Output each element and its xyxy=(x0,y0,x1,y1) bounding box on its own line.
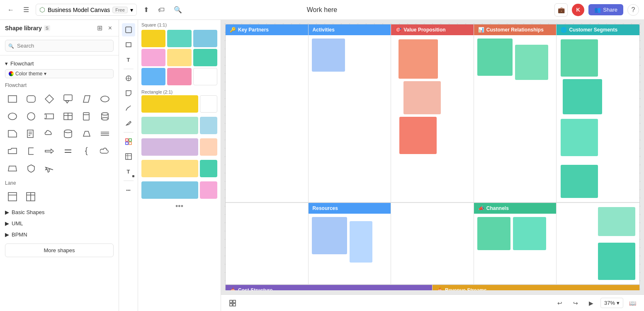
book-button[interactable]: 📖 xyxy=(626,297,639,310)
sticky-blue2[interactable] xyxy=(141,68,165,85)
sticky-sky[interactable] xyxy=(193,30,217,47)
more-shapes-button[interactable]: More shapes xyxy=(5,243,114,257)
color-theme-btn[interactable]: Color theme ▾ xyxy=(5,69,114,78)
sticky-yellow2[interactable] xyxy=(167,49,191,66)
shape-diamond[interactable] xyxy=(42,92,57,106)
lane-table[interactable] xyxy=(5,189,20,204)
shape-cloud2[interactable] xyxy=(97,144,112,159)
sticky-cr2[interactable] xyxy=(515,45,548,80)
sticky-vp3[interactable] xyxy=(399,117,437,154)
shape-rounded-rect[interactable] xyxy=(24,92,39,106)
user-avatar[interactable]: K xyxy=(572,4,584,16)
shape-table[interactable] xyxy=(61,109,75,124)
sticky-kr1[interactable] xyxy=(312,217,347,254)
sticky-vp2[interactable] xyxy=(403,81,441,114)
rect-yellow[interactable] xyxy=(141,95,198,113)
shape-arrow[interactable] xyxy=(42,144,57,159)
sticky-pink2[interactable] xyxy=(167,68,191,85)
marker-tool[interactable] xyxy=(122,116,135,130)
shape-manual[interactable] xyxy=(5,161,20,176)
sticky-cs3[interactable] xyxy=(561,119,598,156)
sticky-ch2[interactable] xyxy=(513,217,546,250)
sticky-1[interactable] xyxy=(312,39,345,72)
canvas-scroll[interactable]: 🔑 Key Partners Activities xyxy=(225,24,640,290)
shape-stadium[interactable] xyxy=(97,92,112,106)
sticky-cr1[interactable] xyxy=(477,39,513,76)
section-bpmn[interactable]: ▶ BPMN xyxy=(0,229,119,240)
sticky-white[interactable] xyxy=(193,68,217,85)
rect-pink3[interactable] xyxy=(200,181,217,199)
shape-corner-rect[interactable] xyxy=(5,126,20,141)
section-uml[interactable]: ▶ UML xyxy=(0,218,119,229)
undo-button[interactable]: ↩ xyxy=(553,297,566,310)
zoom-control[interactable]: 37% ▾ xyxy=(600,298,623,308)
shape-rectangle[interactable] xyxy=(5,92,20,106)
shape-bracket[interactable] xyxy=(24,144,39,159)
export-button[interactable]: ⬆ xyxy=(141,3,151,16)
sticky-kr2[interactable] xyxy=(350,221,372,263)
sticky-vp1[interactable] xyxy=(399,39,438,79)
shape-database[interactable] xyxy=(61,126,75,141)
section-basic-shapes[interactable]: ▶ Basic Shapes xyxy=(0,207,119,218)
search-button[interactable]: 🔍 xyxy=(171,3,185,16)
sticky-mint[interactable] xyxy=(167,30,191,47)
rect-mint[interactable] xyxy=(141,117,198,134)
rect-blue[interactable] xyxy=(200,117,217,134)
more-picker[interactable]: ••• xyxy=(138,200,221,214)
rect-pink-light[interactable] xyxy=(200,138,217,156)
shape-book[interactable] xyxy=(79,109,94,124)
shape-ellipse[interactable] xyxy=(5,109,20,124)
sticky-pink[interactable] xyxy=(141,49,165,66)
share-button[interactable]: 👥 Share xyxy=(588,4,623,15)
shape-curly-bracket[interactable] xyxy=(79,144,94,159)
shape-lines[interactable] xyxy=(97,126,112,141)
canvas-area[interactable]: 🔑 Key Partners Activities xyxy=(221,20,644,311)
customer-segments-body[interactable] xyxy=(557,35,639,202)
shape-trapezoid[interactable] xyxy=(79,126,94,141)
shapes-tool[interactable] xyxy=(122,72,135,85)
search-input[interactable] xyxy=(5,40,114,52)
tag-button[interactable]: 🏷 xyxy=(156,4,167,16)
sticky-cs4[interactable] xyxy=(561,165,598,198)
sidebar-filter-btn[interactable]: ⊞ xyxy=(95,23,104,33)
value-proposition-body[interactable] xyxy=(391,35,474,159)
shape-plane[interactable] xyxy=(42,161,57,176)
briefcase-button[interactable]: 💼 xyxy=(554,3,568,17)
key-resources-body[interactable] xyxy=(309,214,391,272)
shape-note[interactable] xyxy=(24,126,39,141)
sticky-tool[interactable] xyxy=(122,87,135,100)
app-title-container[interactable]: ⬡ Business Model Canvas Free ▾ xyxy=(36,4,137,16)
rect-white[interactable] xyxy=(200,95,217,113)
grid-view-button[interactable] xyxy=(226,297,239,310)
shape-tab[interactable] xyxy=(5,144,20,159)
shape-circle[interactable] xyxy=(24,109,39,124)
sticky-cs5[interactable] xyxy=(598,207,635,236)
sticky-cs6[interactable] xyxy=(598,243,635,280)
select-tool[interactable] xyxy=(122,23,135,36)
rect-purple[interactable] xyxy=(141,138,198,156)
redo-button[interactable]: ↪ xyxy=(569,297,582,310)
shape-equals[interactable] xyxy=(61,144,75,159)
sticky-cs2[interactable] xyxy=(563,79,602,114)
channels-body[interactable] xyxy=(474,214,557,272)
back-button[interactable]: ← xyxy=(5,4,17,16)
template-tool[interactable] xyxy=(122,135,135,148)
sticky-yellow[interactable] xyxy=(141,30,165,47)
key-activities-body[interactable] xyxy=(309,35,391,93)
play-button[interactable]: ▶ xyxy=(585,297,598,310)
shape-parallelogram[interactable] xyxy=(79,92,94,106)
rect-teal2[interactable] xyxy=(200,160,217,177)
shape-barrel[interactable] xyxy=(97,109,112,124)
rect-sky[interactable] xyxy=(141,181,198,199)
rectangle-tool[interactable] xyxy=(122,38,135,51)
pen-tool[interactable] xyxy=(122,101,135,115)
text2-tool[interactable]: T xyxy=(122,165,135,178)
section-flowchart[interactable]: ▾ Flowchart xyxy=(0,58,119,69)
menu-button[interactable]: ☰ xyxy=(21,3,32,16)
customer-relationships-body[interactable] xyxy=(474,35,557,93)
text-tool[interactable]: T xyxy=(122,53,135,66)
shape-cylinder-h[interactable] xyxy=(42,109,57,124)
shape-cloud[interactable] xyxy=(42,126,57,141)
grid-tool[interactable] xyxy=(122,150,135,163)
sidebar-close-btn[interactable]: × xyxy=(107,24,114,33)
